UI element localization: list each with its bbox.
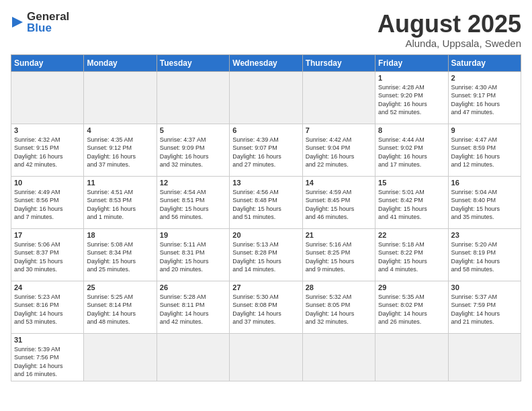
table-row: 21Sunrise: 5:16 AM Sunset: 8:25 PM Dayli… — [302, 228, 375, 281]
col-sunday: Sunday — [11, 54, 84, 71]
day-info: Sunrise: 5:20 AM Sunset: 8:19 PM Dayligh… — [451, 240, 518, 274]
page-container: GeneralBlue August 2025 Alunda, Uppsala,… — [11, 11, 521, 381]
table-row — [84, 71, 157, 124]
day-info: Sunrise: 5:32 AM Sunset: 8:05 PM Dayligh… — [306, 293, 372, 326]
day-number: 4 — [87, 126, 153, 134]
day-number: 13 — [232, 179, 299, 187]
table-row: 2Sunrise: 4:30 AM Sunset: 9:17 PM Daylig… — [448, 71, 521, 124]
day-info: Sunrise: 5:13 AM Sunset: 8:28 PM Dayligh… — [232, 240, 299, 274]
day-number: 16 — [451, 179, 518, 187]
day-number: 14 — [306, 179, 372, 187]
day-info: Sunrise: 5:28 AM Sunset: 8:11 PM Dayligh… — [160, 293, 226, 326]
table-row: 16Sunrise: 5:04 AM Sunset: 8:40 PM Dayli… — [448, 176, 521, 228]
day-number: 20 — [232, 231, 299, 239]
table-row: 26Sunrise: 5:28 AM Sunset: 8:11 PM Dayli… — [157, 281, 229, 333]
col-thursday: Thursday — [302, 54, 375, 71]
day-number: 1 — [378, 74, 445, 82]
logo: GeneralBlue — [11, 11, 69, 34]
day-number: 29 — [378, 283, 445, 291]
day-number: 15 — [378, 179, 445, 187]
table-row: 8Sunrise: 4:44 AM Sunset: 9:02 PM Daylig… — [375, 124, 448, 176]
day-info: Sunrise: 5:04 AM Sunset: 8:40 PM Dayligh… — [451, 188, 518, 222]
table-row: 9Sunrise: 4:47 AM Sunset: 8:59 PM Daylig… — [448, 124, 521, 176]
day-info: Sunrise: 4:35 AM Sunset: 9:12 PM Dayligh… — [87, 136, 153, 169]
day-info: Sunrise: 5:18 AM Sunset: 8:22 PM Dayligh… — [378, 240, 445, 274]
day-info: Sunrise: 5:16 AM Sunset: 8:25 PM Dayligh… — [306, 240, 372, 274]
day-number: 6 — [232, 126, 299, 134]
calendar-subtitle: Alunda, Uppsala, Sweden — [378, 38, 521, 49]
day-number: 23 — [451, 231, 518, 239]
table-row: 3Sunrise: 4:32 AM Sunset: 9:15 PM Daylig… — [11, 124, 84, 176]
day-number: 26 — [160, 283, 226, 291]
table-row: 28Sunrise: 5:32 AM Sunset: 8:05 PM Dayli… — [302, 281, 375, 333]
day-info: Sunrise: 5:35 AM Sunset: 8:02 PM Dayligh… — [378, 293, 445, 326]
table-row — [302, 333, 375, 381]
table-row: 19Sunrise: 5:11 AM Sunset: 8:31 PM Dayli… — [157, 228, 229, 281]
col-wednesday: Wednesday — [230, 54, 302, 71]
day-info: Sunrise: 4:39 AM Sunset: 9:07 PM Dayligh… — [232, 136, 299, 169]
table-row: 14Sunrise: 4:59 AM Sunset: 8:45 PM Dayli… — [302, 176, 375, 228]
day-number: 25 — [87, 283, 153, 291]
day-number: 30 — [451, 283, 518, 291]
table-row: 1Sunrise: 4:28 AM Sunset: 9:20 PM Daylig… — [375, 71, 448, 124]
day-info: Sunrise: 5:30 AM Sunset: 8:08 PM Dayligh… — [232, 293, 299, 326]
day-number: 11 — [87, 179, 153, 187]
table-row — [84, 333, 157, 381]
day-number: 28 — [306, 283, 372, 291]
day-number: 27 — [232, 283, 299, 291]
table-row: 22Sunrise: 5:18 AM Sunset: 8:22 PM Dayli… — [375, 228, 448, 281]
day-number: 22 — [378, 231, 445, 239]
day-number: 10 — [14, 179, 81, 187]
day-info: Sunrise: 5:25 AM Sunset: 8:14 PM Dayligh… — [87, 293, 153, 326]
calendar-header-row: Sunday Monday Tuesday Wednesday Thursday… — [11, 54, 521, 71]
day-info: Sunrise: 5:06 AM Sunset: 8:37 PM Dayligh… — [14, 240, 81, 274]
day-info: Sunrise: 4:47 AM Sunset: 8:59 PM Dayligh… — [451, 136, 518, 169]
day-info: Sunrise: 4:28 AM Sunset: 9:20 PM Dayligh… — [378, 83, 445, 117]
day-info: Sunrise: 4:54 AM Sunset: 8:51 PM Dayligh… — [160, 188, 226, 222]
table-row — [302, 71, 375, 124]
table-row — [157, 71, 229, 124]
table-row: 11Sunrise: 4:51 AM Sunset: 8:53 PM Dayli… — [84, 176, 157, 228]
table-row: 30Sunrise: 5:37 AM Sunset: 7:59 PM Dayli… — [448, 281, 521, 333]
calendar-title: August 2025 — [378, 11, 521, 38]
col-monday: Monday — [84, 54, 157, 71]
table-row: 4Sunrise: 4:35 AM Sunset: 9:12 PM Daylig… — [84, 124, 157, 176]
day-info: Sunrise: 4:32 AM Sunset: 9:15 PM Dayligh… — [14, 136, 81, 169]
table-row: 20Sunrise: 5:13 AM Sunset: 8:28 PM Dayli… — [230, 228, 302, 281]
day-info: Sunrise: 4:51 AM Sunset: 8:53 PM Dayligh… — [87, 188, 153, 222]
col-saturday: Saturday — [448, 54, 521, 71]
table-row: 27Sunrise: 5:30 AM Sunset: 8:08 PM Dayli… — [230, 281, 302, 333]
day-number: 18 — [87, 231, 153, 239]
table-row — [230, 333, 302, 381]
day-number: 12 — [160, 179, 226, 187]
table-row: 24Sunrise: 5:23 AM Sunset: 8:16 PM Dayli… — [11, 281, 84, 333]
day-number: 5 — [160, 126, 226, 134]
day-info: Sunrise: 5:39 AM Sunset: 7:56 PM Dayligh… — [14, 345, 81, 379]
day-number: 9 — [451, 126, 518, 134]
table-row — [11, 71, 84, 124]
title-area: August 2025 Alunda, Uppsala, Sweden — [378, 11, 521, 49]
calendar-table: Sunday Monday Tuesday Wednesday Thursday… — [11, 54, 521, 381]
table-row: 10Sunrise: 4:49 AM Sunset: 8:56 PM Dayli… — [11, 176, 84, 228]
day-info: Sunrise: 5:01 AM Sunset: 8:42 PM Dayligh… — [378, 188, 445, 222]
day-info: Sunrise: 4:49 AM Sunset: 8:56 PM Dayligh… — [14, 188, 81, 222]
logo-triangle-icon — [11, 15, 24, 29]
table-row: 31Sunrise: 5:39 AM Sunset: 7:56 PM Dayli… — [11, 333, 84, 381]
col-friday: Friday — [375, 54, 448, 71]
day-number: 19 — [160, 231, 226, 239]
col-tuesday: Tuesday — [157, 54, 229, 71]
table-row: 15Sunrise: 5:01 AM Sunset: 8:42 PM Dayli… — [375, 176, 448, 228]
table-row: 12Sunrise: 4:54 AM Sunset: 8:51 PM Dayli… — [157, 176, 229, 228]
day-info: Sunrise: 4:59 AM Sunset: 8:45 PM Dayligh… — [306, 188, 372, 222]
svg-marker-0 — [12, 17, 23, 28]
table-row: 29Sunrise: 5:35 AM Sunset: 8:02 PM Dayli… — [375, 281, 448, 333]
day-number: 24 — [14, 283, 81, 291]
table-row: 25Sunrise: 5:25 AM Sunset: 8:14 PM Dayli… — [84, 281, 157, 333]
table-row: 13Sunrise: 4:56 AM Sunset: 8:48 PM Dayli… — [230, 176, 302, 228]
table-row — [157, 333, 229, 381]
table-row: 7Sunrise: 4:42 AM Sunset: 9:04 PM Daylig… — [302, 124, 375, 176]
day-number: 31 — [14, 336, 81, 344]
logo-text-blue: Blue — [27, 22, 69, 34]
day-number: 7 — [306, 126, 372, 134]
day-number: 3 — [14, 126, 81, 134]
